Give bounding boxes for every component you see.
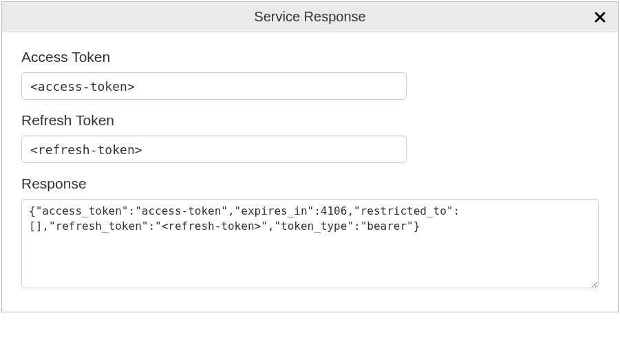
- refresh-token-label: Refresh Token: [21, 112, 599, 129]
- service-response-dialog: Service Response Access Token Refresh To…: [1, 1, 619, 312]
- response-label: Response: [21, 175, 599, 192]
- refresh-token-input[interactable]: [21, 136, 407, 163]
- dialog-header: Service Response: [2, 2, 618, 32]
- dialog-title: Service Response: [254, 9, 365, 25]
- access-token-label: Access Token: [21, 49, 599, 65]
- access-token-input[interactable]: [21, 72, 407, 100]
- close-icon: [594, 11, 606, 23]
- response-textarea[interactable]: [21, 199, 599, 288]
- close-button[interactable]: [592, 9, 608, 25]
- dialog-content: Access Token Refresh Token Response: [2, 32, 618, 312]
